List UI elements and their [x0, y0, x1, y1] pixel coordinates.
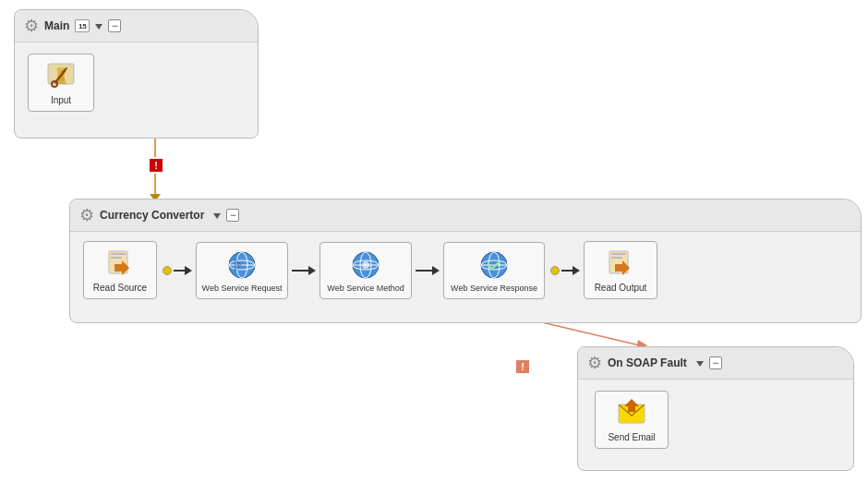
ws-request-node[interactable]: Web Service Request: [196, 242, 288, 299]
currency-panel-header: ⚙ Currency Convertor −: [70, 199, 861, 232]
currency-title: Currency Convertor: [100, 209, 204, 222]
input-label: Input: [51, 95, 71, 105]
soap-fault-panel: ⚙ On SOAP Fault − Send Email: [577, 346, 854, 471]
ws-request-icon: [225, 248, 259, 282]
arrowhead-2: [308, 266, 316, 275]
main-panel: ⚙ Main 15 −: [14, 9, 259, 139]
svg-rect-12: [111, 257, 122, 259]
ws-method-node[interactable]: Web Service Method: [319, 242, 412, 299]
connector-2: [292, 266, 316, 275]
ws-response-label: Web Service Response: [451, 284, 537, 293]
line-1: [174, 270, 185, 272]
dot-1: [163, 266, 172, 275]
ws-method-icon: [349, 248, 382, 282]
soap-fault-title: On SOAP Fault: [608, 356, 687, 369]
collapse-soap[interactable]: −: [709, 356, 722, 369]
read-output-label: Read Output: [595, 283, 647, 293]
ws-response-node[interactable]: Web Service Response: [443, 242, 545, 299]
read-output-icon: [604, 248, 637, 281]
soap-fault-body: Send Email: [578, 380, 853, 460]
input-node[interactable]: Input: [28, 54, 94, 112]
dropdown-arrow-soap[interactable]: [696, 357, 704, 368]
arrowhead-3: [432, 266, 440, 275]
svg-rect-11: [111, 253, 126, 255]
currency-gear-icon: ⚙: [79, 205, 94, 225]
main-panel-header: ⚙ Main 15 −: [15, 10, 258, 42]
send-email-label: Send Email: [608, 432, 655, 442]
main-title: Main: [44, 19, 69, 32]
line-2: [292, 270, 308, 272]
dropdown-arrow-currency[interactable]: [213, 210, 221, 221]
read-output-node[interactable]: Read Output: [584, 241, 657, 299]
collapse-currency[interactable]: −: [226, 209, 239, 222]
send-email-icon: [615, 397, 648, 430]
connector-3: [416, 266, 440, 275]
soap-fault-header: ⚙ On SOAP Fault −: [578, 347, 853, 380]
svg-rect-29: [611, 253, 626, 255]
ws-response-icon: [477, 248, 511, 282]
ws-method-label: Web Service Method: [327, 284, 404, 293]
read-source-node[interactable]: Read Source: [83, 241, 157, 299]
soap-gear-icon: ⚙: [587, 353, 602, 373]
svg-point-23: [362, 261, 369, 269]
arrowhead-1: [185, 266, 192, 275]
currency-panel-body: Read Source Web Service Request: [70, 232, 861, 308]
connector-4: [549, 266, 580, 275]
input-icon: [44, 60, 78, 93]
arrowhead-4: [573, 266, 580, 275]
connector-1: [161, 266, 192, 275]
ws-request-label: Web Service Request: [202, 284, 283, 293]
currency-panel: ⚙ Currency Convertor − Read Source: [69, 199, 862, 323]
dot-2: [550, 266, 560, 275]
read-source-icon: [103, 248, 137, 281]
error-badge-soap[interactable]: !: [514, 358, 531, 375]
error-badge-main[interactable]: !: [148, 157, 164, 174]
calendar-icon[interactable]: 15: [75, 19, 90, 32]
collapse-main[interactable]: −: [108, 19, 121, 32]
line-3: [416, 270, 432, 272]
read-source-label: Read Source: [93, 283, 147, 293]
main-gear-icon: ⚙: [24, 16, 39, 36]
svg-rect-30: [611, 257, 622, 259]
line-4: [561, 270, 573, 272]
main-panel-body: Input: [15, 42, 258, 123]
dropdown-arrow-main[interactable]: [95, 20, 102, 31]
send-email-node[interactable]: Send Email: [595, 391, 669, 449]
